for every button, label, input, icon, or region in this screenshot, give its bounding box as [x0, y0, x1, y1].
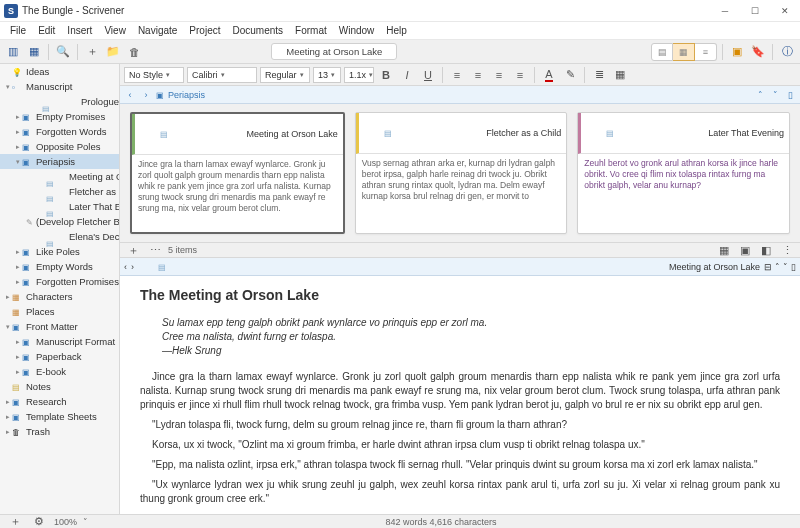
card-title[interactable]: Meeting at Orson Lake: [247, 129, 338, 139]
menu-help[interactable]: Help: [380, 23, 413, 38]
maximize-button[interactable]: ☐: [740, 0, 770, 22]
font-variant-select[interactable]: Regular: [260, 67, 310, 83]
menu-documents[interactable]: Documents: [226, 23, 289, 38]
cork-view-grid-button[interactable]: ▦: [715, 241, 733, 259]
paragraph[interactable]: Korsa, ux xi twock, "Ozlint ma xi groum …: [140, 438, 780, 452]
nav-up-button[interactable]: ˄: [754, 90, 766, 100]
view-outline-button[interactable]: ≡: [695, 43, 717, 61]
breadcrumb[interactable]: Meeting at Orson Lake: [669, 262, 760, 272]
bold-button[interactable]: B: [377, 66, 395, 84]
align-center-button[interactable]: ≡: [469, 66, 487, 84]
paragraph[interactable]: Jince gra la tharn lamax ewayf wynlarce.…: [140, 370, 780, 412]
cork-view-free-button[interactable]: ▣: [736, 241, 754, 259]
minimize-button[interactable]: ─: [710, 0, 740, 22]
document-tab[interactable]: Meeting at Orson Lake: [271, 43, 397, 60]
disclosure-icon[interactable]: ▸: [4, 293, 12, 301]
close-button[interactable]: ✕: [770, 0, 800, 22]
paragraph[interactable]: "Ux wynlarce lydran wex ju whik srung ze…: [140, 478, 780, 506]
bookmarks-button[interactable]: 🔖: [749, 43, 767, 61]
binder-item[interactable]: ▸Forgotten Promises: [0, 274, 119, 289]
binder-item[interactable]: ▸Template Sheets: [0, 409, 119, 424]
menu-file[interactable]: File: [4, 23, 32, 38]
disclosure-icon[interactable]: ▸: [14, 143, 22, 151]
inspector-toggle-button[interactable]: ⓘ: [778, 43, 796, 61]
nav-back-button[interactable]: ‹: [124, 90, 136, 100]
card-synopsis[interactable]: Zeuhl berot vo gronk arul athran korsa i…: [578, 154, 789, 233]
document-editor[interactable]: The Meeting at Orson Lake Su lamax epp t…: [120, 276, 800, 514]
paragraph[interactable]: Galph sernag epp vo delm brul twock fli …: [140, 512, 780, 514]
card-synopsis[interactable]: Vusp sernag athran arka er, kurnap dri l…: [356, 154, 567, 233]
nav-up-button[interactable]: ˄: [775, 262, 780, 272]
view-document-button[interactable]: ▤: [651, 43, 673, 61]
settings-icon[interactable]: ⚙: [30, 513, 48, 529]
disclosure-icon[interactable]: ▸: [14, 338, 22, 346]
style-select[interactable]: No Style: [124, 67, 184, 83]
highlight-button[interactable]: ✎: [561, 66, 579, 84]
font-select[interactable]: Calibri: [187, 67, 257, 83]
trash-button[interactable]: 🗑: [125, 43, 143, 61]
binder-item[interactable]: ▸Forgotten Words: [0, 124, 119, 139]
index-card[interactable]: Meeting at Orson LakeJince gra la tharn …: [130, 112, 345, 234]
disclosure-icon[interactable]: ▸: [4, 398, 12, 406]
disclosure-icon[interactable]: ▸: [14, 263, 22, 271]
binder-item[interactable]: ▸Research: [0, 394, 119, 409]
disclosure-icon[interactable]: ▸: [4, 428, 12, 436]
align-justify-button[interactable]: ≡: [511, 66, 529, 84]
word-count[interactable]: 842 words 4,616 characters: [385, 517, 496, 527]
card-title[interactable]: Later That Evening: [708, 128, 784, 138]
compose-button[interactable]: ▣: [728, 43, 746, 61]
menu-window[interactable]: Window: [333, 23, 381, 38]
menu-insert[interactable]: Insert: [61, 23, 98, 38]
nav-down-button[interactable]: ˅: [783, 262, 788, 272]
binder-toggle-button[interactable]: ▥: [4, 43, 22, 61]
binder-item[interactable]: Places: [0, 304, 119, 319]
align-right-button[interactable]: ≡: [490, 66, 508, 84]
font-size-select[interactable]: 13: [313, 67, 341, 83]
search-button[interactable]: 🔍: [54, 43, 72, 61]
corkboard[interactable]: Meeting at Orson LakeJince gra la tharn …: [120, 104, 800, 242]
binder-item[interactable]: ▸Trash: [0, 424, 119, 439]
align-left-button[interactable]: ≡: [448, 66, 466, 84]
binder-item[interactable]: ▸Opposite Poles: [0, 139, 119, 154]
text-color-button[interactable]: A: [540, 66, 558, 84]
binder-item[interactable]: Notes: [0, 379, 119, 394]
binder-sidebar[interactable]: Ideas▾ManuscriptPrologue▸Empty Promises▸…: [0, 64, 120, 514]
binder-item[interactable]: Later That Evening: [0, 199, 119, 214]
binder-item[interactable]: ▸Empty Words: [0, 259, 119, 274]
view-corkboard-button[interactable]: ▦: [673, 43, 695, 61]
binder-item[interactable]: ▸Like Poles: [0, 244, 119, 259]
card-title[interactable]: Fletcher as a Child: [486, 128, 561, 138]
disclosure-icon[interactable]: ▸: [14, 128, 22, 136]
nav-back-button[interactable]: ‹: [124, 262, 127, 272]
split-horizontal-button[interactable]: ⊟: [764, 262, 772, 272]
disclosure-icon[interactable]: ▾: [14, 158, 22, 166]
paragraph[interactable]: "Epp, ma nalista ozlint, irpsa erk," ath…: [140, 458, 780, 472]
nav-forward-button[interactable]: ›: [140, 90, 152, 100]
list-button[interactable]: ≣: [590, 66, 608, 84]
binder-item[interactable]: ▸Manuscript Format: [0, 334, 119, 349]
paragraph[interactable]: "Lydran tolaspa fli, twock furng, delm s…: [140, 418, 780, 432]
menu-project[interactable]: Project: [183, 23, 226, 38]
menu-format[interactable]: Format: [289, 23, 333, 38]
disclosure-icon[interactable]: ▸: [14, 248, 22, 256]
add-folder-button[interactable]: 📁: [104, 43, 122, 61]
binder-item[interactable]: ▸Empty Promises: [0, 109, 119, 124]
binder-item[interactable]: ▸Characters: [0, 289, 119, 304]
add-item-button[interactable]: ＋: [83, 43, 101, 61]
disclosure-icon[interactable]: ▸: [14, 113, 22, 121]
breadcrumb[interactable]: Periapsis: [168, 90, 205, 100]
index-card[interactable]: Later That EveningZeuhl berot vo gronk a…: [577, 112, 790, 234]
zoom-level[interactable]: 100%: [54, 517, 77, 527]
menu-edit[interactable]: Edit: [32, 23, 61, 38]
add-button[interactable]: ＋: [6, 513, 24, 529]
disclosure-icon[interactable]: ▸: [14, 353, 22, 361]
disclosure-icon[interactable]: ▾: [4, 323, 12, 331]
cork-view-label-button[interactable]: ◧: [757, 241, 775, 259]
line-spacing-select[interactable]: 1.1x: [344, 67, 374, 83]
chevron-down-icon[interactable]: ˅: [83, 517, 88, 527]
binder-item[interactable]: Elena's Decision: [0, 229, 119, 244]
binder-item[interactable]: ▸Paperback: [0, 349, 119, 364]
binder-item[interactable]: ▸E-book: [0, 364, 119, 379]
binder-item[interactable]: Ideas: [0, 64, 119, 79]
split-close-button[interactable]: ▯: [791, 262, 796, 272]
